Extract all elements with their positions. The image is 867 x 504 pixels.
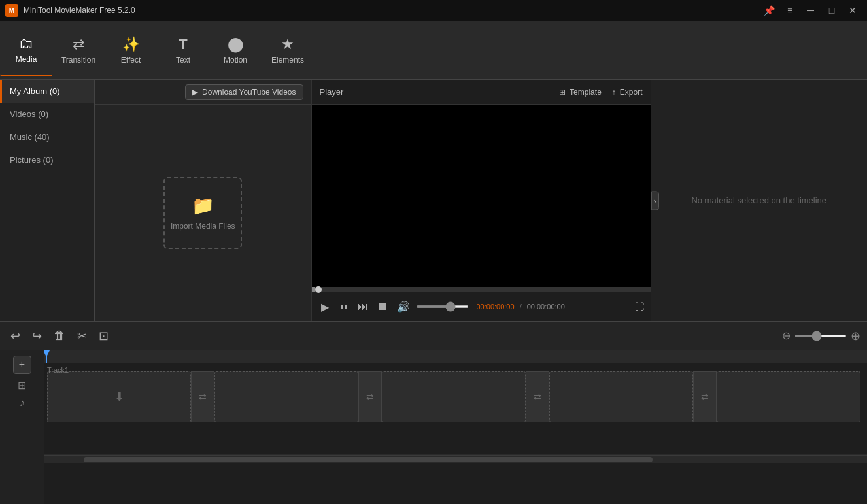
toolbar-text[interactable]: T Text xyxy=(157,24,209,76)
player-seekbar[interactable] xyxy=(312,287,651,292)
media-content: 📁 Import Media Files xyxy=(95,105,311,321)
export-label: Export xyxy=(620,88,643,97)
cut-button[interactable]: ✂ xyxy=(73,326,91,346)
maximize-button[interactable]: □ xyxy=(823,3,841,18)
download-youtube-button[interactable]: ▶ Download YouTube Videos xyxy=(185,84,303,100)
media-icon: 🗂 xyxy=(19,35,33,52)
delete-button[interactable]: 🗑 xyxy=(50,326,69,345)
folder-icon: 📁 xyxy=(192,195,214,216)
effect-icon: ✨ xyxy=(122,36,140,53)
music-label: Music (40) xyxy=(10,132,50,142)
transition-2[interactable]: ⇄ xyxy=(358,371,382,422)
player-video xyxy=(312,105,651,287)
transition-icon-3: ⇄ xyxy=(534,392,541,402)
volume-slider[interactable] xyxy=(416,305,469,308)
transition-icon-2: ⇄ xyxy=(366,392,374,402)
seekbar-fill xyxy=(312,287,315,292)
sidebar: My Album (0) Videos (0) Music (40) Pictu… xyxy=(0,80,95,321)
prev-frame-button[interactable]: ⏮ xyxy=(335,298,351,315)
sidebar-item-my-album[interactable]: My Album (0) xyxy=(0,80,94,103)
transition-icon: ⇄ xyxy=(73,36,84,53)
transition-4[interactable]: ⇄ xyxy=(693,371,717,422)
undo-button[interactable]: ↩ xyxy=(7,326,24,346)
timeline-toolbar: ↩ ↪ 🗑 ✂ ⊡ ⊖ ⊕ xyxy=(0,322,867,350)
main-area: My Album (0) Videos (0) Music (40) Pictu… xyxy=(0,80,867,321)
transition-icon-1: ⇄ xyxy=(199,392,207,402)
close-button[interactable]: ✕ xyxy=(843,3,862,18)
app-icon: M xyxy=(5,4,18,17)
media-label: Media xyxy=(16,55,37,64)
sidebar-item-music[interactable]: Music (40) xyxy=(0,126,94,148)
timeline-content: + ⊞ ♪ Track1 ⬇ ⇄ xyxy=(0,350,867,504)
elements-icon: ★ xyxy=(281,36,294,53)
timeline-ruler xyxy=(44,350,867,363)
zoom-slider[interactable] xyxy=(794,335,847,337)
player-controls: ▶ ⏮ ⏭ ⏹ 🔊 00:00:00:00 / 00:00:00:00 ⛶ xyxy=(312,292,651,321)
minimize-button[interactable]: ─ xyxy=(802,3,820,18)
main-toolbar: 🗂 Media ⇄ Transition ✨ Effect T Text ⬤ M… xyxy=(0,21,867,80)
time-separator: / xyxy=(520,303,522,311)
timeline-scrollbar-thumb[interactable] xyxy=(84,457,653,462)
track-label: Track1 xyxy=(47,366,69,374)
player-panel: Player ⊞ Template ↑ Export ▶ ⏮ ⏭ ⏹ 🔊 xyxy=(311,80,651,321)
time-total: 00:00:00:00 xyxy=(527,303,565,311)
sidebar-item-pictures[interactable]: Pictures (0) xyxy=(0,148,94,171)
text-label: Text xyxy=(176,56,190,65)
track-clip-3[interactable] xyxy=(382,371,526,422)
track-clip-1[interactable]: ⬇ xyxy=(47,371,191,422)
stop-button[interactable]: ⏹ xyxy=(375,298,390,315)
timeline-scrollbar[interactable] xyxy=(44,455,867,463)
pin-button[interactable]: 📌 xyxy=(760,3,778,18)
transition-1[interactable]: ⇄ xyxy=(191,371,214,422)
playhead-head xyxy=(44,350,50,357)
panel-collapse-button[interactable]: › xyxy=(651,191,659,210)
export-button[interactable]: ↑ Export xyxy=(612,88,643,97)
sidebar-item-videos[interactable]: Videos (0) xyxy=(0,103,94,126)
text-icon: T xyxy=(178,36,187,53)
toolbar-motion[interactable]: ⬤ Motion xyxy=(209,24,262,76)
seekbar-thumb[interactable] xyxy=(315,286,322,293)
add-track-button[interactable]: + xyxy=(13,356,31,374)
template-button[interactable]: ⊞ Template xyxy=(559,88,602,97)
transition-icon-4: ⇄ xyxy=(701,392,709,402)
audio-track-row xyxy=(44,422,867,455)
fullscreen-button[interactable]: ⛶ xyxy=(635,301,644,312)
menu-button[interactable]: ≡ xyxy=(781,3,799,18)
video-track-row: Track1 ⬇ ⇄ ⇄ xyxy=(44,363,867,422)
zoom-in-icon[interactable]: ⊕ xyxy=(851,329,860,343)
playhead[interactable] xyxy=(46,350,47,363)
play-button[interactable]: ▶ xyxy=(318,298,332,316)
redo-button[interactable]: ↪ xyxy=(28,326,46,346)
track-clip-2[interactable] xyxy=(214,371,358,422)
import-label: Import Media Files xyxy=(171,222,235,231)
window-controls: 📌 ≡ ─ □ ✕ xyxy=(760,3,862,18)
track-clip-5[interactable] xyxy=(717,371,860,422)
timeline-left-panel: + ⊞ ♪ xyxy=(0,350,44,504)
toolbar-elements[interactable]: ★ Elements xyxy=(262,24,314,76)
import-media-box[interactable]: 📁 Import Media Files xyxy=(163,177,242,249)
import-clip-icon: ⬇ xyxy=(114,390,124,404)
transition-label: Transition xyxy=(61,56,95,65)
toolbar-transition[interactable]: ⇄ Transition xyxy=(52,24,105,76)
no-material-text: No material selected on the timeline xyxy=(691,195,826,205)
track-clip-4[interactable] xyxy=(549,371,693,422)
zoom-controls: ⊖ ⊕ xyxy=(782,329,860,343)
toolbar-media[interactable]: 🗂 Media xyxy=(0,24,52,76)
download-youtube-label: Download YouTube Videos xyxy=(202,88,296,97)
next-frame-button[interactable]: ⏭ xyxy=(355,298,371,315)
timeline-tracks: Track1 ⬇ ⇄ ⇄ xyxy=(44,350,867,504)
right-panel: › No material selected on the timeline xyxy=(651,80,868,321)
export-icon: ↑ xyxy=(612,88,616,97)
effect-label: Effect xyxy=(121,56,141,65)
template-icon: ⊞ xyxy=(559,88,566,97)
toolbar-effect[interactable]: ✨ Effect xyxy=(105,24,157,76)
transition-3[interactable]: ⇄ xyxy=(526,371,549,422)
zoom-out-icon: ⊖ xyxy=(782,329,790,342)
volume-button[interactable]: 🔊 xyxy=(394,298,413,316)
app-title: MiniTool MovieMaker Free 5.2.0 xyxy=(24,6,760,15)
timeline-area: ↩ ↪ 🗑 ✂ ⊡ ⊖ ⊕ + ⊞ ♪ Track1 xyxy=(0,321,867,504)
motion-icon: ⬤ xyxy=(228,36,244,53)
media-topbar: ▶ Download YouTube Videos xyxy=(95,80,311,105)
crop-button[interactable]: ⊡ xyxy=(95,326,112,346)
time-current: 00:00:00:00 xyxy=(477,303,515,311)
